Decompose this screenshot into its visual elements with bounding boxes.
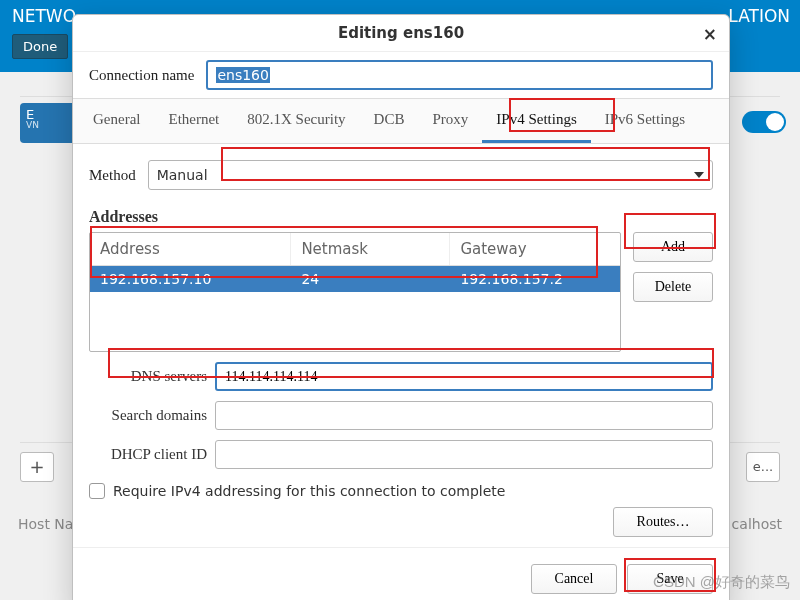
tab-8021x[interactable]: 802.1X Security — [233, 99, 359, 143]
dialog-title-bar: Editing ens160 × — [73, 15, 729, 52]
connection-name-label: Connection name — [89, 67, 194, 84]
th-gateway[interactable]: Gateway — [450, 233, 620, 265]
require-ipv4-label: Require IPv4 addressing for this connect… — [113, 483, 505, 499]
connection-name-input[interactable]: ens160 — [206, 60, 713, 90]
bg-add-button[interactable]: + — [20, 452, 54, 482]
method-select[interactable]: Manual — [148, 160, 713, 190]
addresses-table[interactable]: Address Netmask Gateway 192.168.157.10 2… — [89, 232, 621, 352]
connection-name-value: ens160 — [216, 67, 270, 83]
done-button[interactable]: Done — [12, 34, 68, 59]
method-value: Manual — [157, 167, 208, 183]
interface-card[interactable]: E VN — [20, 103, 76, 143]
th-address[interactable]: Address — [90, 233, 291, 265]
tab-ethernet[interactable]: Ethernet — [154, 99, 233, 143]
tabs-bar: General Ethernet 802.1X Security DCB Pro… — [73, 98, 729, 144]
dhcp-client-id-label: DHCP client ID — [89, 446, 207, 463]
dhcp-client-id-input[interactable] — [215, 440, 713, 469]
add-button[interactable]: Add — [633, 232, 713, 262]
cell-address[interactable]: 192.168.157.10 — [90, 266, 291, 292]
cancel-button[interactable]: Cancel — [531, 564, 617, 594]
bg-title-right: LATION — [728, 6, 790, 26]
bg-edit-button[interactable]: e... — [746, 452, 780, 482]
th-netmask[interactable]: Netmask — [291, 233, 450, 265]
search-domains-label: Search domains — [89, 407, 207, 424]
chevron-down-icon — [694, 172, 704, 178]
routes-button[interactable]: Routes… — [613, 507, 713, 537]
bg-title-left: NETWO — [12, 6, 76, 26]
search-domains-input[interactable] — [215, 401, 713, 430]
addresses-heading: Addresses — [73, 198, 729, 232]
edit-connection-dialog: Editing ens160 × Connection name ens160 … — [72, 14, 730, 600]
cell-netmask[interactable]: 24 — [291, 266, 450, 292]
tab-ipv6-settings[interactable]: IPv6 Settings — [591, 99, 699, 143]
tab-general[interactable]: General — [79, 99, 154, 143]
tab-ipv4-settings[interactable]: IPv4 Settings — [482, 99, 590, 143]
table-header-row: Address Netmask Gateway — [90, 233, 620, 266]
dialog-title: Editing ens160 — [338, 24, 464, 42]
dns-servers-input[interactable] — [215, 362, 713, 391]
dns-servers-label: DNS servers — [89, 368, 207, 385]
delete-button[interactable]: Delete — [633, 272, 713, 302]
require-ipv4-checkbox[interactable] — [89, 483, 105, 499]
cell-gateway[interactable]: 192.168.157.2 — [450, 266, 620, 292]
interface-toggle[interactable] — [742, 111, 786, 133]
tab-dcb[interactable]: DCB — [360, 99, 419, 143]
close-icon[interactable]: × — [703, 24, 717, 44]
method-label: Method — [89, 167, 136, 184]
table-row[interactable]: 192.168.157.10 24 192.168.157.2 — [90, 266, 620, 292]
bg-hostname-value: calhost — [732, 516, 782, 532]
footer-divider — [73, 547, 729, 548]
watermark: CSDN @好奇的菜鸟 — [653, 573, 790, 592]
bg-hostname-label: Host Na — [18, 516, 73, 532]
tab-proxy[interactable]: Proxy — [418, 99, 482, 143]
